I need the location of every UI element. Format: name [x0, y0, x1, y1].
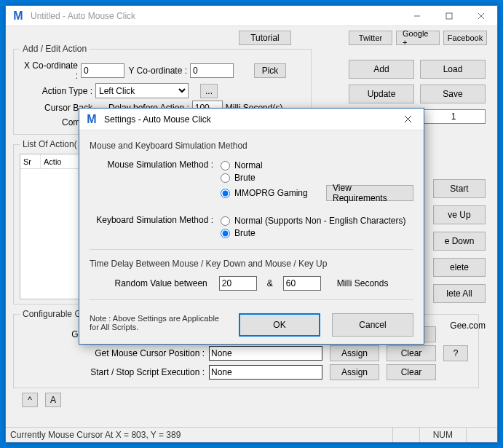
list-of-actions-group: List Of Action( Sr Actio [13, 139, 88, 304]
cfg-start-stop-clear[interactable]: Clear [387, 364, 436, 380]
mouse-sim-brute-radio[interactable] [221, 173, 230, 183]
random-max-input[interactable] [283, 276, 321, 291]
maximize-button[interactable] [433, 6, 465, 25]
status-empty1 [392, 428, 419, 442]
kb-sim-normal-label: Normal (Supports Non - English Character… [234, 216, 405, 226]
action-type-select[interactable]: Left Click [95, 83, 189, 98]
settings-title: Settings - Auto Mouse Click [104, 114, 392, 125]
add-button[interactable]: Add [349, 60, 414, 79]
cfg-cursor-pos-clear[interactable]: Clear [387, 345, 436, 361]
delete-all-button[interactable]: lete All [433, 284, 486, 303]
status-empty2 [466, 428, 493, 442]
status-bar: Currently Mouse Cursor At X = 803, Y = 3… [6, 427, 497, 442]
cfg-start-stop-input[interactable] [209, 365, 322, 380]
close-button[interactable] [465, 6, 497, 25]
update-button[interactable]: Update [349, 85, 414, 103]
help-button[interactable]: ? [443, 345, 468, 361]
sim-method-heading: Mouse and Keyboard Simulation Method [90, 141, 413, 151]
config-legend: Configurable G [20, 309, 84, 319]
settings-dialog: M Settings - Auto Mouse Click Mouse and … [79, 108, 424, 345]
delete-button[interactable]: elete [433, 258, 486, 277]
random-value-label: Random Value between [115, 278, 207, 288]
status-text: Currently Mouse Cursor At X = 803, Y = 3… [10, 430, 181, 440]
save-button[interactable]: Save [420, 85, 486, 103]
caret-button[interactable]: ^ [22, 393, 38, 407]
pick-button[interactable]: Pick [254, 63, 286, 78]
start-button[interactable]: Start [433, 179, 486, 198]
main-window: M Untitled - Auto Mouse Click Tutorial T… [5, 5, 498, 443]
random-min-input[interactable] [219, 276, 257, 291]
cfg-start-stop-assign[interactable]: Assign [330, 364, 379, 380]
action-type-more-button[interactable]: ... [200, 84, 218, 98]
move-down-button[interactable]: e Down [433, 232, 486, 251]
mouse-sim-mmorpg-label: MMOPRG Gaming [234, 188, 308, 198]
time-delay-heading: Time Delay Between Mouse / Key Down and … [90, 259, 413, 269]
app-logo: M [10, 8, 26, 24]
ms-label: Milli Seconds [337, 278, 389, 288]
actions-table[interactable]: Sr Actio [20, 154, 82, 299]
tutorial-button[interactable]: Tutorial [239, 31, 291, 45]
action-type-label: Action Type : [20, 86, 92, 96]
status-num: NUM [419, 428, 466, 442]
mouse-sim-normal-label: Normal [234, 160, 263, 170]
cancel-button[interactable]: Cancel [332, 313, 413, 337]
col-action[interactable]: Actio [41, 154, 81, 169]
mouse-sim-brute-label: Brute [234, 173, 256, 183]
x-coord-label: X Co-ordinate : [20, 60, 78, 81]
cfg-start-stop-label: Start / Stop Script Execution : [20, 367, 209, 377]
x-coord-input[interactable] [81, 63, 124, 78]
kb-sim-brute-label: Brute [234, 228, 256, 238]
settings-close-button[interactable] [392, 115, 424, 123]
cfg-cursor-pos-input[interactable] [209, 346, 322, 361]
window-title: Untitled - Auto Mouse Click [31, 11, 401, 21]
mouse-sim-label: Mouse Simulation Method : [90, 158, 221, 203]
a-button[interactable]: A [45, 393, 61, 407]
y-coord-input[interactable] [190, 63, 234, 78]
repeat-count-input[interactable] [421, 109, 486, 124]
kb-sim-normal-radio[interactable] [221, 216, 230, 226]
col-sr[interactable]: Sr [20, 154, 41, 169]
google-plus-button[interactable]: Google + [396, 31, 440, 45]
settings-titlebar[interactable]: M Settings - Auto Mouse Click [79, 109, 424, 130]
kb-sim-label: Keyboard Simulation Method : [90, 213, 221, 240]
list-legend: List Of Action( [20, 139, 80, 149]
y-coord-label: Y Co-ordinate : [127, 66, 187, 76]
mouse-sim-normal-radio[interactable] [221, 161, 230, 170]
minimize-button[interactable] [401, 6, 433, 25]
move-up-button[interactable]: ve Up [433, 205, 486, 224]
cfg-cursor-pos-label: Get Mouse Cursor Position : [20, 348, 209, 358]
and-label: & [267, 278, 273, 288]
main-titlebar[interactable]: M Untitled - Auto Mouse Click [6, 6, 497, 26]
add-edit-legend: Add / Edit Action [20, 44, 90, 54]
close-icon [404, 115, 412, 123]
settings-note: Note : Above Settings are Applicable for… [90, 314, 221, 331]
mouse-sim-mmorpg-radio[interactable] [221, 189, 230, 198]
cfg-cursor-pos-assign[interactable]: Assign [330, 345, 379, 361]
settings-logo: M [84, 111, 100, 127]
view-requirements-button[interactable]: View Requirements [326, 185, 413, 201]
load-button[interactable]: Load [420, 60, 486, 79]
facebook-button[interactable]: Facebook [443, 31, 487, 45]
twitter-button[interactable]: Twitter [349, 31, 392, 45]
svg-rect-1 [446, 13, 452, 19]
ok-button[interactable]: OK [239, 313, 320, 337]
kb-sim-brute-radio[interactable] [221, 229, 230, 238]
